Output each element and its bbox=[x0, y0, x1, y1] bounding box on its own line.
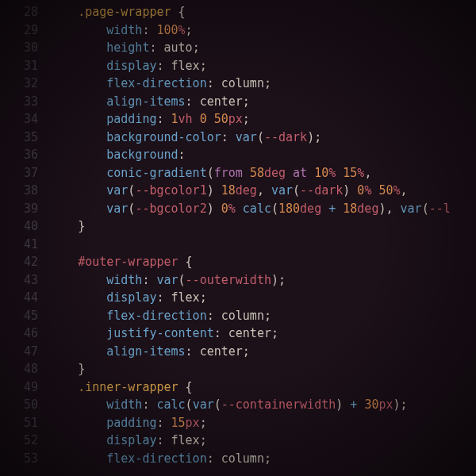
token: , bbox=[401, 183, 408, 198]
line-code[interactable]: padding: 1vh 0 50px; bbox=[49, 110, 476, 129]
code-line[interactable]: 31 display: flex; bbox=[0, 57, 476, 75]
code-line[interactable]: 37 conic-gradient(from 58deg at 10% 15%, bbox=[0, 164, 476, 182]
code-line[interactable]: 46 justify-content: center; bbox=[0, 324, 476, 343]
line-number: 47 bbox=[0, 343, 49, 361]
token: ( bbox=[186, 397, 193, 412]
line-code[interactable]: align-items: center; bbox=[49, 93, 476, 111]
line-code[interactable]: height: auto; bbox=[49, 39, 476, 57]
line-code[interactable]: } bbox=[49, 217, 476, 236]
token: #outer-wrapper bbox=[78, 255, 185, 269]
line-code[interactable]: .page-wrapper { bbox=[49, 3, 476, 21]
token: ) bbox=[343, 183, 350, 198]
token: 10 bbox=[314, 166, 328, 180]
code-line[interactable]: 53 flex-direction: column; bbox=[0, 450, 476, 468]
token: ; bbox=[200, 59, 207, 73]
code-line[interactable]: 29 width: 100%; bbox=[0, 21, 476, 40]
token: 0 bbox=[221, 202, 228, 216]
token: display bbox=[106, 59, 156, 73]
code-line[interactable]: 45 flex-direction: column; bbox=[0, 307, 476, 325]
line-code[interactable]: justify-content: center; bbox=[49, 324, 476, 343]
line-number: 42 bbox=[0, 253, 49, 271]
token: flex-direction bbox=[106, 451, 206, 466]
token: : bbox=[142, 273, 156, 287]
line-code[interactable]: flex-direction: column; bbox=[49, 75, 476, 93]
token: { bbox=[186, 255, 193, 269]
token: % bbox=[393, 183, 401, 198]
code-line[interactable]: 34 padding: 1vh 0 50px; bbox=[0, 110, 476, 129]
code-editor[interactable]: { "editor": { "first_line_number": 28, "… bbox=[0, 0, 476, 476]
line-code[interactable]: } bbox=[49, 360, 476, 378]
token: deg bbox=[357, 202, 378, 216]
token: } bbox=[78, 362, 85, 376]
code-line[interactable]: 47 align-items: center; bbox=[0, 343, 476, 361]
code-line[interactable]: 33 align-items: center; bbox=[0, 93, 476, 111]
token: column bbox=[221, 76, 264, 90]
token: % bbox=[178, 23, 186, 37]
line-code[interactable]: #outer-wrapper { bbox=[49, 253, 476, 271]
code-line[interactable]: 30 height: auto; bbox=[0, 39, 476, 57]
token: 18 bbox=[221, 183, 236, 198]
line-number: 35 bbox=[0, 129, 49, 147]
line-code[interactable]: conic-gradient(from 58deg at 10% 15%, bbox=[49, 164, 476, 182]
token: : bbox=[221, 130, 236, 144]
code-line[interactable]: 36 background: bbox=[0, 146, 476, 164]
code-line[interactable]: 35 background-color: var(--dark); bbox=[0, 129, 476, 147]
code-line[interactable]: 48 } bbox=[0, 360, 476, 378]
line-code[interactable]: align-items: center; bbox=[49, 343, 476, 361]
token: ) bbox=[307, 130, 314, 144]
code-line[interactable]: 49 .inner-wrapper { bbox=[0, 378, 476, 397]
token: column bbox=[221, 309, 264, 323]
line-code[interactable]: padding: 15px; bbox=[49, 414, 476, 432]
line-code[interactable]: background: bbox=[49, 146, 476, 164]
token: : bbox=[156, 112, 171, 126]
code-lines[interactable]: 28 .page-wrapper {29 width: 100%;30 heig… bbox=[0, 3, 476, 467]
token: --dark bbox=[300, 183, 343, 198]
token: ) bbox=[393, 397, 401, 412]
code-line[interactable]: 51 padding: 15px; bbox=[0, 414, 476, 432]
line-code[interactable]: var(--bgcolor1) 18deg, var(--dark) 0% 50… bbox=[49, 182, 476, 200]
line-code[interactable]: var(--bgcolor2) 0% calc(180deg + 18deg),… bbox=[49, 200, 476, 218]
code-line[interactable]: 38 var(--bgcolor1) 18deg, var(--dark) 0%… bbox=[0, 182, 476, 200]
line-code[interactable]: display: flex; bbox=[49, 289, 476, 307]
code-line[interactable]: 41 bbox=[0, 236, 476, 254]
line-number: 30 bbox=[0, 39, 49, 57]
code-line[interactable]: 44 display: flex; bbox=[0, 289, 476, 307]
token: 50 bbox=[378, 183, 393, 198]
token: : bbox=[186, 344, 200, 359]
line-code[interactable]: .inner-wrapper { bbox=[49, 378, 476, 397]
token: justify-content bbox=[106, 326, 213, 340]
token: ; bbox=[200, 433, 207, 447]
token: center bbox=[228, 326, 271, 340]
line-number: 29 bbox=[0, 21, 49, 40]
token: 30 bbox=[364, 397, 378, 412]
code-line[interactable]: 50 width: calc(var(--containerwidth) + 3… bbox=[0, 396, 476, 414]
token: var bbox=[106, 202, 128, 216]
line-code[interactable]: width: var(--outerwidth); bbox=[49, 271, 476, 290]
token: ; bbox=[314, 130, 321, 144]
line-code[interactable]: display: flex; bbox=[49, 57, 476, 75]
code-line[interactable]: 42 #outer-wrapper { bbox=[0, 253, 476, 271]
code-line[interactable]: 32 flex-direction: column; bbox=[0, 75, 476, 93]
line-code[interactable]: flex-direction: column; bbox=[49, 307, 476, 325]
token: ; bbox=[278, 273, 286, 287]
line-code[interactable]: background-color: var(--dark); bbox=[49, 129, 476, 147]
code-line[interactable]: 28 .page-wrapper { bbox=[0, 3, 476, 21]
token: var bbox=[156, 273, 178, 287]
token: : bbox=[178, 148, 186, 162]
token: ( bbox=[271, 202, 278, 216]
code-line[interactable]: 40 } bbox=[0, 217, 476, 236]
line-code[interactable]: width: 100%; bbox=[49, 21, 476, 40]
line-code[interactable]: width: calc(var(--containerwidth) + 30px… bbox=[49, 396, 476, 414]
code-line[interactable]: 43 width: var(--outerwidth); bbox=[0, 271, 476, 290]
code-line[interactable]: 39 var(--bgcolor2) 0% calc(180deg + 18de… bbox=[0, 200, 476, 218]
line-code[interactable] bbox=[49, 236, 476, 254]
line-code[interactable]: flex-direction: column; bbox=[49, 450, 476, 468]
token: align-items bbox=[106, 94, 185, 109]
token: : bbox=[156, 290, 171, 305]
token: : bbox=[156, 59, 171, 73]
token: % bbox=[228, 202, 236, 216]
token bbox=[236, 202, 243, 216]
token: deg bbox=[264, 166, 286, 180]
line-code[interactable]: display: flex; bbox=[49, 432, 476, 450]
code-line[interactable]: 52 display: flex; bbox=[0, 432, 476, 450]
